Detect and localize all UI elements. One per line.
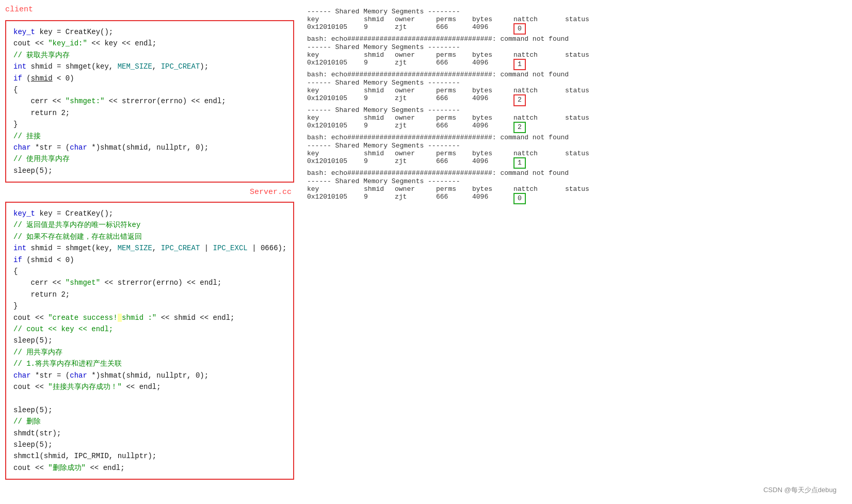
- code-line: // 使用共享内存: [13, 153, 286, 165]
- val-owner: zjt: [395, 59, 436, 70]
- server-code-box: key_t key = CreatKey(); // 返回值是共享内存的唯一标识…: [5, 202, 294, 480]
- col-headers: key shmid owner perms bytes nattch statu…: [307, 87, 844, 94]
- segment-4: ------ Shared Memory Segments -------- k…: [307, 106, 844, 133]
- code-line: cout << "挂接共享内存成功！" << endl;: [13, 381, 286, 393]
- val-key: 0x12010105: [307, 23, 364, 35]
- code-line: if (shmid < 0): [13, 73, 286, 84]
- col-nattch: nattch: [513, 87, 565, 94]
- val-status: [565, 59, 601, 70]
- val-shmid: 9: [364, 193, 395, 204]
- code-line: key_t key = CreatKey();: [13, 208, 286, 219]
- val-nattch: 2: [513, 94, 565, 106]
- col-bytes: bytes: [472, 150, 513, 157]
- seg-data-row: 0x12010105 9 zjt 666 4096 2: [307, 94, 844, 106]
- col-bytes: bytes: [472, 114, 513, 122]
- val-nattch: 0: [513, 23, 565, 35]
- seg-header: ------ Shared Memory Segments --------: [307, 8, 844, 15]
- val-status: [565, 94, 601, 106]
- val-perms: 666: [436, 193, 472, 204]
- val-status: [565, 23, 601, 35]
- col-headers: key shmid owner perms bytes nattch statu…: [307, 150, 844, 157]
- val-bytes: 4096: [472, 23, 513, 35]
- code-line: // 挂接: [13, 131, 286, 142]
- col-owner: owner: [395, 87, 436, 94]
- val-perms: 666: [436, 59, 472, 70]
- code-line: int shmid = shmget(key, MEM_SIZE, IPC_CR…: [13, 242, 286, 254]
- col-perms: perms: [436, 51, 472, 59]
- val-shmid: 9: [364, 23, 395, 35]
- val-key: 0x12010105: [307, 59, 364, 70]
- code-line: cout << "create success! shmid :" << shm…: [13, 312, 286, 323]
- col-shmid: shmid: [364, 150, 395, 157]
- col-shmid: shmid: [364, 15, 395, 23]
- col-shmid: shmid: [364, 51, 395, 59]
- bash-line-2: bash: echo##############################…: [307, 71, 844, 78]
- seg-data-row: 0x12010105 9 zjt 666 4096 1: [307, 59, 844, 70]
- nattch-box-green: 2: [513, 122, 526, 133]
- right-panel: ------ Shared Memory Segments -------- k…: [304, 5, 847, 499]
- col-shmid: shmid: [364, 87, 395, 94]
- col-headers: key shmid owner perms bytes nattch statu…: [307, 185, 844, 193]
- val-shmid: 9: [364, 94, 395, 106]
- val-bytes: 4096: [472, 59, 513, 70]
- bash-line-4: bash: echo##############################…: [307, 134, 844, 141]
- val-key: 0x12010105: [307, 122, 364, 133]
- seg-header: ------ Shared Memory Segments --------: [307, 43, 844, 51]
- val-perms: 666: [436, 157, 472, 169]
- segment-6: ------ Shared Memory Segments -------- k…: [307, 177, 844, 204]
- val-shmid: 9: [364, 157, 395, 169]
- col-nattch: nattch: [513, 185, 565, 193]
- val-nattch: 1: [513, 157, 565, 169]
- col-bytes: bytes: [472, 15, 513, 23]
- col-owner: owner: [395, 185, 436, 193]
- val-owner: zjt: [395, 157, 436, 169]
- col-status: status: [565, 150, 601, 157]
- col-owner: owner: [395, 51, 436, 59]
- code-line: // cout << key << endl;: [13, 323, 286, 335]
- col-owner: owner: [395, 114, 436, 122]
- col-nattch: nattch: [513, 15, 565, 23]
- seg-data-row: 0x12010105 9 zjt 666 4096 0: [307, 193, 844, 204]
- code-line: }: [13, 300, 286, 312]
- nattch-box-green: 0: [513, 193, 526, 204]
- nattch-box-red: 1: [513, 59, 526, 70]
- val-shmid: 9: [364, 122, 395, 133]
- col-headers: key shmid owner perms bytes nattch statu…: [307, 15, 844, 23]
- segment-2: ------ Shared Memory Segments -------- k…: [307, 43, 844, 70]
- segment-5: ------ Shared Memory Segments -------- k…: [307, 142, 844, 169]
- col-key: key: [307, 150, 364, 157]
- col-bytes: bytes: [472, 87, 513, 94]
- col-perms: perms: [436, 87, 472, 94]
- val-key: 0x12010105: [307, 94, 364, 106]
- code-line: [13, 393, 286, 404]
- code-line: // 获取共享内存: [13, 50, 286, 61]
- val-nattch: 0: [513, 193, 565, 204]
- col-key: key: [307, 87, 364, 94]
- val-owner: zjt: [395, 23, 436, 35]
- code-line: // 用共享内存: [13, 347, 286, 358]
- col-key: key: [307, 51, 364, 59]
- col-owner: owner: [395, 150, 436, 157]
- code-line: char *str = (char *)shmat(shmid, nullptr…: [13, 142, 286, 153]
- nattch-box-red: 0: [513, 23, 526, 35]
- col-perms: perms: [436, 185, 472, 193]
- code-line: cerr << "shmget" << strerror(errno) << e…: [13, 277, 286, 288]
- val-bytes: 4096: [472, 157, 513, 169]
- bash-line-1: bash: echo##############################…: [307, 35, 844, 43]
- col-key: key: [307, 114, 364, 122]
- nattch-box-green: 1: [513, 157, 526, 169]
- col-headers: key shmid owner perms bytes nattch statu…: [307, 114, 844, 122]
- col-perms: perms: [436, 15, 472, 23]
- val-bytes: 4096: [472, 122, 513, 133]
- col-bytes: bytes: [472, 51, 513, 59]
- val-nattch: 1: [513, 59, 565, 70]
- code-line: cerr << "shmget:" << strerror(errno) << …: [13, 95, 286, 107]
- nattch-box-red: 2: [513, 94, 526, 106]
- code-line: cout << "key_id:" << key << endl;: [13, 38, 286, 49]
- col-status: status: [565, 51, 601, 59]
- val-key: 0x12010105: [307, 193, 364, 204]
- code-line: }: [13, 119, 286, 130]
- code-line: sleep(5);: [13, 404, 286, 416]
- bash-line-5: bash: echo##############################…: [307, 169, 844, 177]
- col-bytes: bytes: [472, 185, 513, 193]
